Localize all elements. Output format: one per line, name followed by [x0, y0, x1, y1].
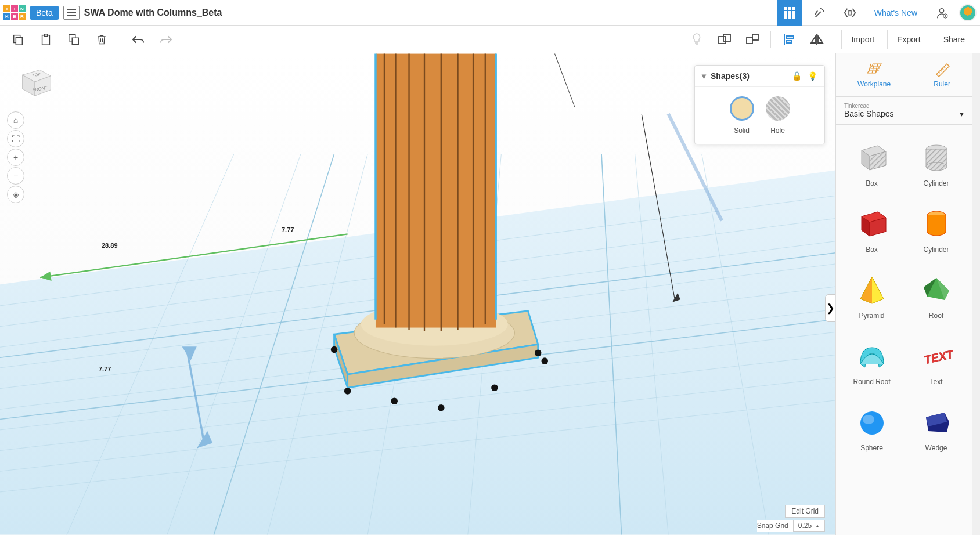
ortho-view-button[interactable]: ◈	[7, 186, 24, 203]
svg-rect-5	[44, 34, 48, 36]
svg-rect-3	[16, 37, 22, 45]
beta-badge: Beta	[30, 6, 59, 20]
svg-point-60	[391, 397, 398, 404]
user-avatar[interactable]	[959, 4, 977, 21]
svg-point-96	[863, 415, 874, 424]
align-button[interactable]	[777, 28, 801, 51]
svg-line-38	[554, 54, 575, 107]
ruler-tool[interactable]: Ruler	[934, 62, 950, 88]
shape-item[interactable]: Box	[842, 197, 902, 258]
snap-grid-control: Snap Grid 0.25 ▲	[757, 520, 825, 532]
paste-button[interactable]	[34, 28, 58, 51]
panel-expand-handle[interactable]: ❯	[825, 294, 835, 322]
import-button[interactable]: Import	[841, 30, 884, 49]
shape-item[interactable]: Pyramid	[842, 263, 902, 324]
copy-button[interactable]	[6, 28, 30, 51]
dimension-label[interactable]: 7.77	[99, 366, 111, 373]
shape-item[interactable]: Round Roof	[842, 329, 902, 391]
svg-text:TEXT: TEXT	[923, 348, 954, 367]
group-button[interactable]	[712, 28, 737, 51]
ungroup-button[interactable]	[740, 28, 765, 51]
main-area: 28.89 7.77 7.77 TOP FRONT ⌂ ⛶ + − ◈ ▾ Sh…	[0, 53, 980, 535]
svg-point-82	[926, 162, 947, 171]
redo-button[interactable]	[154, 28, 178, 51]
shape-item[interactable]: Box	[842, 131, 902, 192]
view-cube[interactable]: TOP FRONT	[15, 65, 55, 100]
share-button[interactable]: Share	[934, 30, 974, 49]
svg-rect-9	[723, 34, 730, 41]
zoom-out-button[interactable]: −	[7, 167, 24, 185]
dimension-label[interactable]: 28.89	[102, 242, 118, 249]
svg-rect-44	[376, 54, 496, 328]
lock-icon[interactable]: 🔓	[792, 71, 802, 81]
hole-option[interactable]: Hole	[766, 96, 790, 135]
svg-point-59	[541, 357, 548, 364]
export-button[interactable]: Export	[887, 30, 929, 49]
grid-view-icon[interactable]	[777, 0, 802, 26]
svg-rect-11	[752, 34, 758, 40]
shape-item[interactable]: Cylinder	[906, 131, 966, 192]
solid-option[interactable]: Solid	[730, 96, 754, 135]
svg-point-61	[491, 384, 498, 391]
svg-point-56	[535, 350, 542, 357]
undo-button[interactable]	[126, 28, 150, 51]
snap-grid-label: Snap Grid	[757, 522, 788, 530]
workplane-tool[interactable]: Workplane	[858, 62, 891, 88]
duplicate-button[interactable]	[62, 28, 86, 51]
shape-item[interactable]: Sphere	[842, 395, 902, 457]
collapse-icon[interactable]: ▾	[702, 71, 706, 81]
shape-category-dropdown[interactable]: Tinkercad Basic Shapes▾	[836, 97, 972, 125]
zoom-in-button[interactable]: +	[7, 149, 24, 166]
shape-item[interactable]: TEXTText	[906, 329, 966, 391]
shape-item[interactable]: Roof	[906, 263, 966, 324]
svg-rect-10	[747, 38, 752, 44]
account-icon[interactable]	[929, 0, 954, 26]
fit-view-button[interactable]: ⛶	[7, 130, 24, 147]
shape-inspector: ▾ Shapes(3) 🔓 💡 Solid Hole	[694, 65, 825, 144]
tinkercad-logo[interactable]: TIN KER	[3, 5, 26, 20]
home-view-button[interactable]: ⌂	[7, 111, 24, 129]
svg-point-0	[939, 8, 943, 12]
view-controls: ⌂ ⛶ + − ◈	[7, 111, 24, 203]
edit-grid-button[interactable]: Edit Grid	[785, 505, 825, 518]
dimension-label[interactable]: 7.77	[282, 226, 294, 233]
project-title[interactable]: SWA Dome with Columns_Beta	[84, 8, 222, 18]
code-blocks-icon[interactable]	[837, 0, 863, 26]
svg-rect-8	[719, 37, 726, 44]
edit-toolbar: Import Export Share	[0, 26, 980, 53]
shape-item[interactable]: Cylinder	[906, 197, 966, 258]
svg-point-57	[344, 388, 351, 395]
canvas[interactable]: 28.89 7.77 7.77 TOP FRONT ⌂ ⛶ + − ◈ ▾ Sh…	[0, 53, 835, 535]
hint-button[interactable]	[684, 28, 709, 51]
pickaxe-icon[interactable]	[807, 0, 833, 26]
design-list-icon[interactable]	[63, 6, 80, 20]
whats-new-link[interactable]: What's New	[867, 8, 924, 17]
delete-button[interactable]	[89, 28, 114, 51]
shape-item[interactable]: Wedge	[906, 395, 966, 457]
snap-grid-value[interactable]: 0.25 ▲	[793, 520, 825, 532]
shapes-panel: Workplane Ruler Tinkercad Basic Shapes▾ …	[835, 53, 972, 535]
svg-point-55	[331, 346, 338, 353]
scrollbar[interactable]	[972, 53, 980, 535]
inspector-title: Shapes(3)	[711, 71, 750, 81]
mirror-button[interactable]	[805, 28, 829, 51]
lightbulb-icon[interactable]: 💡	[808, 71, 817, 81]
svg-point-58	[438, 404, 445, 411]
top-bar: TIN KER Beta SWA Dome with Columns_Beta …	[0, 0, 980, 26]
svg-rect-7	[72, 38, 78, 44]
